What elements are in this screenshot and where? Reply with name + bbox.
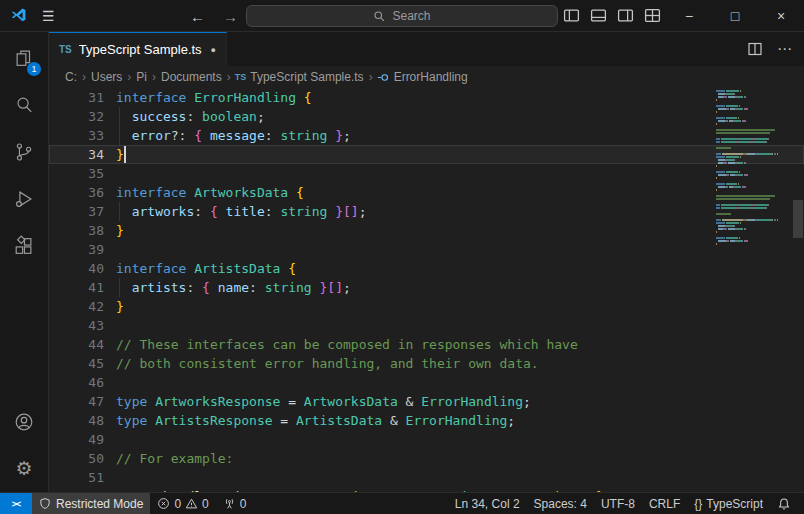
customize-layout-button[interactable] [639,0,666,31]
titlebar-right: − □ × [558,0,804,31]
minimap[interactable] [716,90,790,246]
line-number[interactable]: 50 [49,449,116,468]
line-number[interactable]: 34 [49,145,116,164]
code-line[interactable]: 47type ArtworksResponse = ArtworksData &… [49,392,804,411]
code-line[interactable]: 39 [49,240,804,259]
code-line[interactable]: 31interface ErrorHandling { [49,88,804,107]
toggle-secondary-sidebar-button[interactable] [612,0,639,31]
toggle-panel-button[interactable] [585,0,612,31]
main-area: 1 ⚙ [0,32,804,492]
code-token: } [116,147,124,162]
error-count: 0 [174,497,181,511]
breadcrumb-item[interactable]: ErrorHandling [393,70,469,84]
line-number[interactable]: 41 [49,278,116,297]
problems-status[interactable]: 0 0 [150,493,215,514]
command-center-search[interactable]: Search [246,5,558,27]
code-line[interactable]: 48type ArtistsResponse = ArtistsData & E… [49,411,804,430]
code-text: error?: { message: string }; [116,126,351,145]
close-button[interactable]: × [758,0,804,31]
line-number[interactable]: 48 [49,411,116,430]
encoding-status[interactable]: UTF-8 [594,493,642,514]
line-number[interactable]: 36 [49,183,116,202]
split-editor-icon[interactable] [747,41,763,57]
code-text: // For example: [116,449,233,468]
line-number[interactable]: 44 [49,335,116,354]
settings-gear-icon[interactable]: ⚙ [0,445,48,492]
notifications-bell-icon[interactable] [770,493,798,514]
line-number[interactable]: 37 [49,202,116,221]
run-debug-icon[interactable] [0,175,48,222]
tab-typescript-sample[interactable]: TS TypeScript Sample.ts ● [49,32,227,66]
code-token: name [218,280,249,295]
line-number[interactable]: 40 [49,259,116,278]
modified-indicator-icon[interactable]: ● [211,45,216,55]
code-line[interactable]: 46 [49,373,804,392]
code-line[interactable]: 36interface ArtworksData { [49,183,804,202]
code-line[interactable]: 50// For example: [49,449,804,468]
scrollbar-thumb[interactable] [793,200,803,238]
code-line[interactable]: 41 artists: { name: string }[]; [49,278,804,297]
line-number[interactable]: 51 [49,468,116,487]
code-line[interactable]: 38} [49,221,804,240]
toggle-primary-sidebar-button[interactable] [558,0,585,31]
ports-status[interactable]: 0 [216,493,254,514]
code-line[interactable]: 37 artworks: { title: string }[]; [49,202,804,221]
line-number[interactable]: 32 [49,107,116,126]
breadcrumb-item[interactable]: Users [90,70,123,84]
more-actions-icon[interactable]: ⋯ [777,40,792,58]
titlebar-left: ☰ [0,7,55,24]
extensions-icon[interactable] [0,222,48,269]
code-line[interactable]: 34} [49,145,804,164]
breadcrumb-item[interactable]: Documents [160,70,223,84]
source-control-icon[interactable] [0,128,48,175]
line-number[interactable]: 39 [49,240,116,259]
line-number[interactable]: 47 [49,392,116,411]
explorer-icon[interactable]: 1 [0,34,48,81]
forward-button[interactable]: → [223,8,238,25]
code-line[interactable]: 32 success: boolean; [49,107,804,126]
code-token: : [186,280,202,295]
code-line[interactable]: 33 error?: { message: string }; [49,126,804,145]
code-line[interactable]: 45// both consistent error handling, and… [49,354,804,373]
account-icon[interactable] [0,398,48,445]
code-line[interactable]: 44// These interfaces can be composed in… [49,335,804,354]
breadcrumb-item[interactable]: TypeScript Sample.ts [249,70,364,84]
line-number[interactable]: 49 [49,430,116,449]
search-view-icon[interactable] [0,81,48,128]
indent-guide [119,126,120,145]
menu-icon[interactable]: ☰ [42,8,55,24]
code-text: } [116,145,124,164]
breadcrumb-item[interactable]: C: [64,70,78,84]
language-status[interactable]: {} TypeScript [687,493,770,514]
line-number[interactable]: 46 [49,373,116,392]
restricted-mode-badge[interactable]: Restricted Mode [32,493,150,514]
ports-count: 0 [240,497,247,511]
remote-indicator[interactable]: >< [0,493,32,514]
code-token: ArtworksData [194,185,288,200]
indentation-status[interactable]: Spaces: 4 [527,493,594,514]
maximize-button[interactable]: □ [712,0,758,31]
line-number[interactable]: 45 [49,354,116,373]
line-number[interactable]: 33 [49,126,116,145]
eol-status[interactable]: CRLF [642,493,687,514]
code-line[interactable]: 42} [49,297,804,316]
code-line[interactable]: 49 [49,430,804,449]
code-editor[interactable]: 31interface ErrorHandling {32 success: b… [49,88,804,492]
line-number[interactable]: 38 [49,221,116,240]
code-line[interactable]: 35 [49,164,804,183]
line-number[interactable]: 43 [49,316,116,335]
back-button[interactable]: ← [190,8,205,25]
cursor-position-status[interactable]: Ln 34, Col 2 [448,493,527,514]
code-line[interactable]: 51 [49,468,804,487]
line-number[interactable]: 52 [49,487,116,492]
code-line[interactable]: 52const handleArtistsResponse = (respons… [49,487,804,492]
line-number[interactable]: 35 [49,164,116,183]
code-text: type ArtistsResponse = ArtistsData & Err… [116,411,515,430]
line-number[interactable]: 31 [49,88,116,107]
line-number[interactable]: 42 [49,297,116,316]
breadcrumb-item[interactable]: Pi [135,70,148,84]
code-token: = [273,413,296,428]
code-line[interactable]: 40interface ArtistsData { [49,259,804,278]
minimize-button[interactable]: − [666,0,712,31]
code-line[interactable]: 43 [49,316,804,335]
